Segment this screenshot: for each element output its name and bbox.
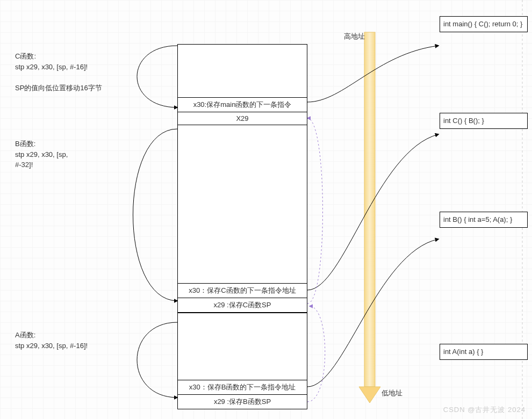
note-a-func: A函数: stp x29, x30, [sp, #-16]! xyxy=(15,330,88,351)
label-high-address: 高地址 xyxy=(344,31,365,42)
codebox-c: int C() { B(); } xyxy=(440,113,528,129)
row-x29-a: x29 :保存B函数SP xyxy=(178,394,307,409)
note-c-func: C函数: stp x29, x30, [sp, #-16]! SP的值向低位置移… xyxy=(15,51,102,93)
row-x29-b: x29 :保存C函数SP xyxy=(178,298,307,312)
row-x30-b: x30：保存B函数的下一条指令地址 xyxy=(178,380,307,394)
stack-frame-a: x30：保存B函数的下一条指令地址 x29 :保存B函数SP xyxy=(177,313,307,409)
stack-frame-c: x30:保存main函数的下一条指令 X29 xyxy=(177,44,307,125)
label-low-address: 低地址 xyxy=(382,388,402,399)
row-x29-c: X29 xyxy=(178,112,307,125)
stack-frame-b: x30：保存C函数的下一条指令地址 x29 :保存C函数SP xyxy=(177,125,307,313)
row-x30-main: x30:保存main函数的下一条指令 xyxy=(178,97,307,112)
codebox-a: int A(int a) { } xyxy=(440,344,528,360)
codebox-b: int B() { int a=5; A(a); } xyxy=(440,212,528,228)
row-x30-c: x30：保存C函数的下一条指令地址 xyxy=(178,283,307,298)
codebox-main: int main() { C(); return 0; } xyxy=(440,16,528,32)
note-b-func: B函数: stp x29, x30, [sp, #-32]! xyxy=(15,139,68,170)
watermark: CSDN @古井无波 2024 xyxy=(443,405,526,415)
